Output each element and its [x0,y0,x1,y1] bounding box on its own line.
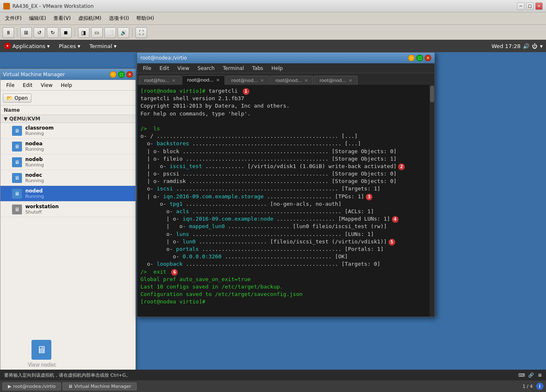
vmm-title: Virtual Machine Manager [3,72,65,77]
gnome-places-menu[interactable]: Places ▾ [55,40,85,52]
desktop: Virtual Machine Manager ─ □ ✕ File Edit … [0,52,546,392]
vm-name-nodeb: nodeb [25,156,44,162]
bottom-taskbar: ▶ root@nodea:/virtio 🖥 Virtual Machine M… [0,380,546,392]
term-menu-terminal[interactable]: Terminal [220,65,247,72]
vm-item-noded[interactable]: 🖥 noded Running [0,186,135,202]
vm-info-nodea: nodea Running [25,141,44,152]
vm-icon-nodec: 🖥 [12,173,22,183]
term-tab-2[interactable]: root@nod... ✕ [226,76,269,85]
terminal-body: [root@nodea virtio]# targetcli 1 targetc… [137,85,435,317]
vmm-list-header: Name [0,106,135,115]
taskbar-item-vmm[interactable]: 🖥 Virtual Machine Manager [63,382,136,390]
menu-help[interactable]: 帮助(H) [133,14,157,23]
maximize-button[interactable]: □ [526,2,534,10]
term-tab-1[interactable]: root@nod... ✕ [182,75,225,85]
term-tab-close-3[interactable]: ✕ [304,78,308,83]
vm-icon-classroom: 🖥 [12,126,22,136]
vm-item-classroom[interactable]: 🖥 classroom Running [0,123,135,139]
toolbar-fullscreen-button[interactable]: ⛶ [135,27,147,38]
term-menu-help[interactable]: Help [268,65,286,72]
vm-info-nodeb: nodeb Running [25,156,44,168]
term-tab-label-2: root@nod... [231,78,258,83]
terminal-maximize-button[interactable]: □ [416,55,423,61]
terminal-close-button[interactable]: ✕ [425,55,431,61]
toolbar-btn-7[interactable]: ⬜ [104,27,116,38]
gnome-applications-menu[interactable]: ✦ Applications ▾ [0,40,54,52]
vmm-menu-help[interactable]: Help [58,82,75,89]
close-button[interactable]: ✕ [535,2,543,10]
toolbar-btn-5[interactable]: ◨ [78,27,89,38]
vm-name-nodec: nodec [25,172,44,178]
vmware-toolbar: ⏸ ⊞ ↺ ↻ ⏹ ◨ ▭ ⬜ 🔊 ⛶ [0,25,546,41]
toolbar-separator-2 [75,28,75,37]
toolbar-btn-4[interactable]: ⏹ [60,27,72,38]
term-tab-4[interactable]: root@nod... ✕ [314,76,358,85]
toolbar-btn-6[interactable]: ▭ [91,27,103,38]
open-icon: 📂 [7,95,13,101]
group-triangle-icon: ▼ [4,116,7,122]
term-menu-search[interactable]: Search [194,65,218,72]
terminal-tabbar: root@fou... ✕ root@nod... ✕ root@nod... … [137,73,435,85]
vm-icon-workstation: 🖥 [12,204,22,214]
menu-file[interactable]: 文件(F) [2,14,25,23]
vm-name-nodea: nodea [25,141,44,147]
gnome-terminal-menu[interactable]: Terminal ▾ [85,40,121,52]
term-tab-label-0: root@fou... [144,78,169,83]
term-tab-close-0[interactable]: ✕ [172,78,175,83]
term-tab-close-1[interactable]: ✕ [216,78,220,82]
term-menu-tabs[interactable]: Tabs [249,65,267,72]
term-tab-0[interactable]: root@fou... ✕ [139,76,181,85]
menu-tabs[interactable]: 选项卡(I) [106,14,133,23]
term-menu-view[interactable]: View [174,65,192,72]
terminal-minimize-button[interactable]: ─ [408,55,415,61]
vmm-minimize-button[interactable]: ─ [110,71,116,78]
terminal-window: root@nodea:/virtio ─ □ ✕ File Edit View … [137,52,435,317]
term-tab-3[interactable]: root@nod... ✕ [270,76,314,85]
vmware-titlebar: RA436_EX - VMware Workstation ─ □ ✕ [0,0,546,12]
applications-label: Applications [12,43,45,49]
vm-status-noded: Running [25,194,44,199]
taskbar-item-terminal[interactable]: ▶ root@nodea:/virtio [2,382,61,390]
term-menu-file[interactable]: File [140,65,155,72]
minimize-button[interactable]: ─ [517,2,524,10]
desktop-icon-viewnodec[interactable]: 🖥 View nodec [25,340,58,367]
gnome-power-icon[interactable]: ⏻ [532,43,537,49]
toolbar-btn-8[interactable]: 🔊 [118,27,129,38]
vm-name-noded: noded [25,188,44,194]
taskbar-vmm-label: Virtual Machine Manager [74,384,131,389]
vm-status-nodec: Running [25,178,44,183]
toolbar-btn-3[interactable]: ↻ [47,27,58,38]
vmware-app-icon [3,3,10,10]
toolbar-btn-2[interactable]: ↺ [34,27,45,38]
menu-edit[interactable]: 编辑(E) [26,14,49,23]
taskbar-terminal-icon: ▶ [8,384,11,389]
vmm-toolbar: 📂 Open [0,91,135,106]
term-tab-close-4[interactable]: ✕ [349,78,352,83]
vm-status-nodea: Running [25,147,44,152]
toolbar-separator-3 [132,28,133,37]
term-menu-edit[interactable]: Edit [156,65,172,72]
terminal-content[interactable]: [root@nodea virtio]# targetcli 1 targetc… [137,85,430,317]
menu-vm[interactable]: 虚拟机(M) [75,14,105,23]
vmm-close-button[interactable]: ✕ [126,71,133,78]
menu-view[interactable]: 查看(V) [50,14,74,23]
vm-item-nodea[interactable]: 🖥 nodea Running [0,139,135,154]
vmm-menu-edit[interactable]: Edit [19,82,36,89]
desktop-icon-label: View nodec [27,361,56,367]
vm-item-workstation[interactable]: 🖥 workstation Shutoff [0,202,135,217]
term-tab-close-2[interactable]: ✕ [260,78,263,83]
taskbar-info-icon: i [536,382,544,390]
vmm-menu-file[interactable]: File [3,82,18,89]
vm-item-nodeb[interactable]: 🖥 nodeb Running [0,154,135,170]
terminal-scrollbar[interactable] [430,85,435,317]
toolbar-pause-button[interactable]: ⏸ [2,27,14,38]
vm-item-nodec[interactable]: 🖥 nodec Running [0,170,135,186]
gnome-volume-icon[interactable]: 🔊 [523,43,529,49]
toolbar-btn-1[interactable]: ⊞ [20,27,32,38]
vmm-menu-view[interactable]: View [37,82,56,89]
vmm-group-qemu: ▼ QEMU/KVM [0,115,135,123]
vm-status-classroom: Running [25,131,54,136]
vmm-maximize-button[interactable]: □ [118,71,125,78]
vmm-open-button[interactable]: 📂 Open [3,94,31,103]
vmm-menubar: File Edit View Help [0,80,135,91]
